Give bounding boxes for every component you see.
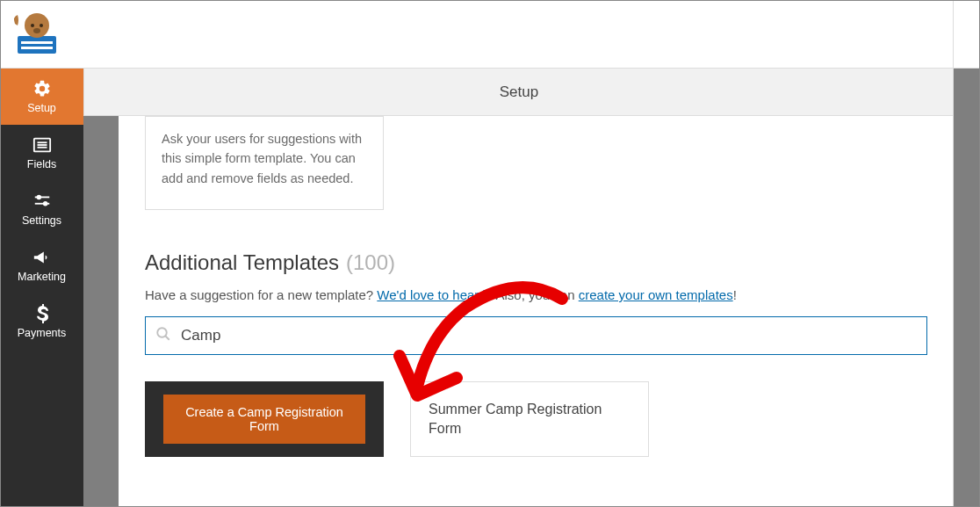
svg-point-7 [40, 24, 43, 27]
sidebar-item-label: Settings [22, 214, 61, 227]
template-card[interactable]: Summer Camp Registration Form [410, 381, 649, 457]
feedback-link[interactable]: We'd love to hear it [377, 287, 489, 302]
sidebar-item-setup[interactable]: Setup [0, 69, 83, 125]
bullhorn-icon [32, 248, 53, 267]
templates-subtext: Have a suggestion for a new template? We… [145, 287, 927, 302]
gear-icon [32, 79, 53, 98]
dollar-icon [32, 304, 53, 323]
heading-text: Additional Templates [145, 250, 339, 275]
search-icon [155, 326, 171, 345]
svg-rect-0 [18, 36, 56, 54]
sidebar-item-fields[interactable]: Fields [0, 125, 83, 181]
sidebar-item-label: Fields [27, 158, 56, 170]
additional-templates-heading: Additional Templates (100) [145, 250, 927, 275]
wpforms-logo [11, 8, 63, 61]
list-icon [32, 135, 53, 155]
svg-rect-2 [21, 47, 53, 49]
sidebar-item-label: Payments [18, 327, 67, 339]
create-camp-form-button[interactable]: Create a Camp Registration Form [163, 395, 365, 444]
svg-rect-1 [21, 41, 53, 44]
sidebar-item-settings[interactable]: Settings [0, 181, 83, 237]
template-card-text: Ask your users for suggestions with this… [162, 132, 362, 185]
sidebar-item-label: Setup [27, 102, 56, 114]
page-title: Setup [500, 83, 538, 101]
sliders-icon [32, 192, 53, 211]
svg-point-8 [33, 28, 40, 33]
sidebar-item-label: Marketing [18, 271, 66, 283]
sidebar-item-payments[interactable]: Payments [0, 293, 83, 350]
svg-point-16 [43, 202, 47, 206]
template-card-desc: Ask your users for suggestions with this… [145, 116, 384, 210]
builder-header: Setup [83, 69, 954, 116]
template-card-title: Summer Camp Registration Form [429, 400, 631, 439]
main-panel: Ask your users for suggestions with this… [119, 116, 954, 507]
template-count: (100) [346, 250, 395, 275]
create-own-link[interactable]: create your own templates [579, 287, 733, 302]
svg-line-18 [165, 337, 169, 341]
builder-sidebar: Setup Fields Settings Marketing Payments [0, 69, 83, 507]
svg-point-14 [37, 196, 40, 199]
sidebar-item-marketing[interactable]: Marketing [0, 237, 83, 293]
template-search-input[interactable] [145, 316, 927, 355]
svg-point-17 [157, 329, 167, 338]
svg-point-6 [31, 24, 34, 27]
create-template-card[interactable]: Create a Camp Registration Form [145, 381, 384, 457]
